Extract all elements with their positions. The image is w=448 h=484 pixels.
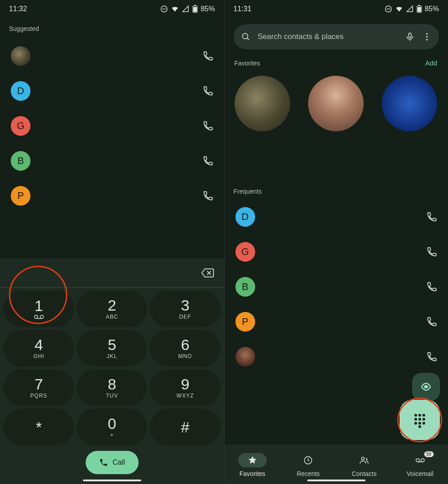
svg-point-26: [414, 418, 417, 421]
nav-favorites[interactable]: Favorites: [238, 453, 267, 477]
nav-label: Voicemail: [407, 470, 434, 477]
svg-rect-22: [425, 386, 428, 388]
call-button[interactable]: Call: [86, 451, 139, 474]
key-9[interactable]: 9WXYZ: [150, 369, 220, 406]
favorites-label: Favorites: [235, 60, 261, 67]
key-*[interactable]: *: [4, 409, 74, 445]
key-digit: 6: [181, 337, 189, 352]
key-2[interactable]: 2ABC: [77, 290, 147, 327]
key-0[interactable]: 0+: [77, 409, 147, 445]
nav-contacts[interactable]: Contacts: [350, 453, 378, 477]
svg-point-35: [416, 458, 419, 462]
key-sub: PQRS: [30, 393, 48, 399]
avatar: B: [235, 277, 255, 297]
home-indicator[interactable]: [83, 480, 141, 481]
status-bar: 11:31 85%: [225, 0, 448, 18]
contact-row[interactable]: G: [225, 234, 448, 269]
voicemail-icon: [414, 455, 426, 465]
status-icons: 85%: [384, 5, 439, 13]
dialer-panel: 12ABC3DEF4GHI5JKL6MNO7PQRS8TUV9WXYZ*0+# …: [0, 259, 224, 484]
search-icon: [241, 32, 251, 42]
phone-icon[interactable]: [203, 86, 213, 96]
avatar: B: [11, 151, 30, 171]
key-6[interactable]: 6MNO: [150, 330, 220, 367]
contact-row[interactable]: B: [225, 269, 448, 304]
phone-icon[interactable]: [203, 121, 213, 131]
search-placeholder: Search contacts & places: [258, 32, 398, 41]
phone-icon[interactable]: [203, 190, 213, 201]
key-sub: JKL: [107, 353, 117, 359]
signal-icon: [406, 5, 414, 13]
key-digit: 7: [35, 376, 43, 392]
dialpad-icon: [412, 412, 428, 428]
contact-row[interactable]: [0, 39, 224, 73]
wifi-icon: [171, 5, 179, 13]
phone-icon[interactable]: [426, 281, 437, 292]
key-digit: 3: [181, 298, 189, 313]
phone-icon: [99, 458, 108, 467]
key-sub: +: [110, 432, 114, 438]
contact-row[interactable]: G: [0, 108, 224, 143]
phone-icon[interactable]: [426, 246, 437, 257]
svg-point-34: [361, 457, 364, 460]
contact-row[interactable]: [225, 339, 448, 374]
svg-rect-14: [418, 7, 421, 12]
key-digit: 1: [35, 298, 43, 313]
dnd-icon: [160, 5, 168, 13]
key-1[interactable]: 1: [4, 290, 74, 327]
key-4[interactable]: 4GHI: [4, 330, 74, 367]
svg-point-29: [414, 422, 417, 425]
nav-voicemail[interactable]: 58 Voicemail: [406, 453, 435, 477]
mic-icon[interactable]: [405, 32, 415, 42]
dialer-top-bar: [0, 259, 224, 288]
screen-phone-home: 11:31 85% Search contacts & places Favor…: [224, 0, 448, 484]
key-digit: #: [181, 419, 189, 435]
phone-icon[interactable]: [426, 212, 437, 222]
key-3[interactable]: 3DEF: [150, 290, 220, 327]
contact-row[interactable]: D: [0, 73, 224, 108]
svg-point-32: [418, 425, 421, 428]
contact-row[interactable]: D: [225, 199, 448, 234]
favorite-contact[interactable]: [235, 76, 290, 131]
screen-dialer: 11:32 85% Suggested DGBP 12ABC3DEF4GHI5J…: [0, 0, 224, 484]
dnd-icon: [384, 5, 392, 13]
contact-row[interactable]: B: [0, 143, 224, 178]
voicemail-icon: [34, 314, 44, 320]
svg-line-16: [247, 38, 249, 40]
key-sub: DEF: [179, 314, 191, 320]
key-#[interactable]: #: [150, 409, 220, 445]
video-icon: [420, 381, 432, 393]
avatar: G: [235, 242, 255, 262]
favorite-contact[interactable]: [382, 76, 437, 131]
phone-icon[interactable]: [426, 351, 437, 362]
phone-icon[interactable]: [203, 156, 213, 166]
avatar: D: [235, 207, 255, 227]
contact-row[interactable]: P: [0, 178, 224, 213]
dialpad-fab[interactable]: [400, 400, 440, 440]
search-bar[interactable]: Search contacts & places: [234, 24, 439, 49]
call-label: Call: [113, 458, 125, 467]
nav-label: Favorites: [239, 470, 265, 477]
phone-icon[interactable]: [203, 51, 213, 61]
nav-recents[interactable]: Recents: [294, 453, 322, 477]
battery-percent: 85%: [425, 5, 439, 13]
star-icon: [248, 455, 257, 465]
video-call-fab[interactable]: [412, 373, 440, 401]
home-indicator[interactable]: [307, 480, 365, 481]
svg-point-7: [34, 315, 37, 318]
frequents-heading: Frequents: [225, 181, 448, 199]
add-favorite-button[interactable]: Add: [425, 59, 437, 67]
key-7[interactable]: 7PQRS: [4, 369, 74, 406]
contact-row[interactable]: P: [225, 304, 448, 339]
frequents-list: DGBP: [225, 199, 448, 374]
favorite-contact[interactable]: [308, 76, 364, 131]
more-icon[interactable]: [422, 32, 432, 42]
key-8[interactable]: 8TUV: [77, 369, 147, 406]
phone-icon[interactable]: [426, 316, 437, 327]
battery-icon: [417, 5, 422, 13]
key-digit: *: [36, 419, 42, 435]
backspace-icon[interactable]: [201, 268, 214, 278]
favorites-header: Favorites Add: [225, 52, 448, 71]
key-5[interactable]: 5JKL: [77, 330, 147, 367]
svg-point-23: [414, 414, 417, 417]
